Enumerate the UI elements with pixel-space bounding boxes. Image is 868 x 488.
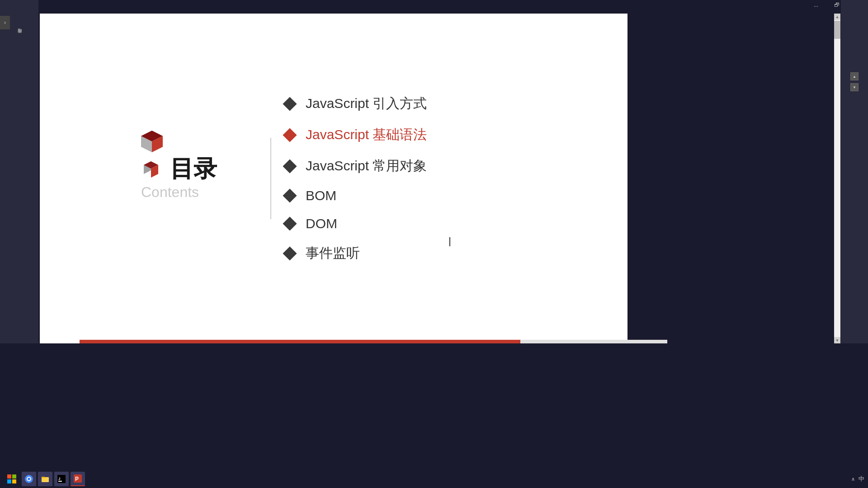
- item-text-6: 事件监听: [306, 244, 360, 263]
- restore-icon: 🗗: [834, 2, 840, 8]
- arrow-icon: ›: [4, 19, 6, 26]
- list-item: JavaScript 引入方式: [285, 94, 591, 113]
- start-button[interactable]: [4, 471, 20, 487]
- svg-rect-16: [42, 477, 45, 478]
- taskbar-jetbrains[interactable]: J: [54, 472, 69, 486]
- far-right-panel: ▲ ▼: [841, 0, 868, 343]
- thumbnail-panel-label: 缩略图: [15, 23, 24, 50]
- powerpoint-icon: P: [74, 474, 82, 483]
- progress-fill: [80, 340, 520, 343]
- item-text-2: JavaScript 基础语法: [306, 126, 427, 144]
- taskbar-right-area: ∧ 中: [851, 475, 864, 483]
- taskbar-files[interactable]: [38, 472, 52, 486]
- cube-logo-icon: [139, 157, 163, 180]
- jetbrains-icon: J: [57, 475, 66, 483]
- three-dots-button[interactable]: ...: [806, 0, 826, 10]
- item-text-3: JavaScript 常用对象: [306, 157, 427, 175]
- slide-canvas: 目录 Contents JavaScript 引入方式 JavaScript 基…: [40, 14, 627, 343]
- windows-logo-icon: [7, 474, 16, 483]
- bullet-diamond-4: [283, 188, 297, 202]
- language-indicator[interactable]: 中: [859, 475, 864, 483]
- three-dots-label: ...: [814, 2, 818, 8]
- svg-text:P: P: [75, 476, 79, 482]
- bullet-diamond-1: [283, 97, 297, 111]
- svg-text:J: J: [58, 477, 60, 481]
- scroll-thumb[interactable]: [834, 21, 840, 39]
- svg-rect-11: [12, 479, 16, 483]
- list-item: DOM: [285, 216, 591, 231]
- slide-content: 目录 Contents JavaScript 引入方式 JavaScript 基…: [40, 14, 627, 343]
- contents-list: JavaScript 引入方式 JavaScript 基础语法 JavaScri…: [285, 94, 627, 263]
- taskbar-arrows[interactable]: ∧: [851, 476, 855, 482]
- panel-button-2[interactable]: ▼: [850, 83, 859, 91]
- slide-subtitle: Contents: [139, 184, 199, 201]
- bullet-diamond-6: [283, 246, 297, 260]
- expand-arrow[interactable]: ›: [0, 16, 10, 29]
- panel-button-1[interactable]: ▲: [850, 72, 859, 80]
- svg-rect-8: [7, 474, 11, 479]
- list-item: BOM: [285, 188, 591, 203]
- bullet-diamond-5: [283, 216, 297, 230]
- taskbar: J P ∧ 中: [0, 470, 868, 488]
- list-item: JavaScript 基础语法: [285, 126, 591, 144]
- slide-title: 目录: [170, 157, 217, 180]
- bullet-diamond-3: [283, 159, 297, 173]
- svg-rect-10: [7, 479, 11, 483]
- svg-point-14: [28, 478, 30, 480]
- taskbar-powerpoint[interactable]: P: [71, 472, 85, 486]
- bullet-diamond-2: [283, 128, 297, 142]
- svg-rect-18: [58, 481, 62, 482]
- list-item: JavaScript 常用对象: [285, 157, 591, 175]
- list-item: 事件监听: [285, 244, 591, 263]
- left-sidebar: › 缩略图: [0, 0, 38, 343]
- item-text-5: DOM: [306, 216, 337, 231]
- svg-rect-9: [12, 474, 16, 479]
- vertical-divider: [270, 138, 271, 219]
- logo-title-row: 目录: [139, 157, 217, 180]
- item-text-1: JavaScript 引入方式: [306, 94, 427, 113]
- text-cursor: [449, 237, 450, 246]
- item-text-4: BOM: [306, 188, 336, 203]
- progress-bar: [80, 340, 667, 343]
- scroll-up-button[interactable]: ▲: [834, 14, 840, 20]
- folder-icon: [41, 475, 49, 483]
- subtitle-en: Contents: [141, 184, 199, 200]
- chrome-icon: [25, 475, 33, 483]
- slide-left-section: 目录 Contents: [40, 157, 257, 201]
- scroll-down-button[interactable]: ▼: [834, 337, 840, 343]
- taskbar-chrome[interactable]: [22, 472, 36, 486]
- cube-icon: [139, 129, 165, 154]
- slide-scrollbar[interactable]: ▲ ▼: [834, 14, 840, 343]
